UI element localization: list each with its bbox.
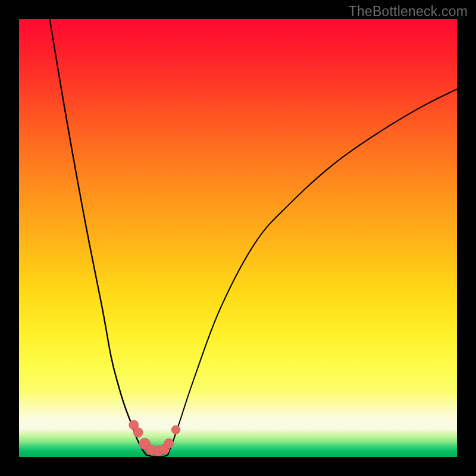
curve-layer <box>19 19 457 457</box>
marker-dot <box>171 425 180 434</box>
curve-right-branch <box>168 89 457 455</box>
marker-dot <box>164 439 174 448</box>
watermark-text: TheBottleneck.com <box>349 4 468 20</box>
marker-dot <box>133 428 143 437</box>
curve-left-branch <box>50 19 146 455</box>
